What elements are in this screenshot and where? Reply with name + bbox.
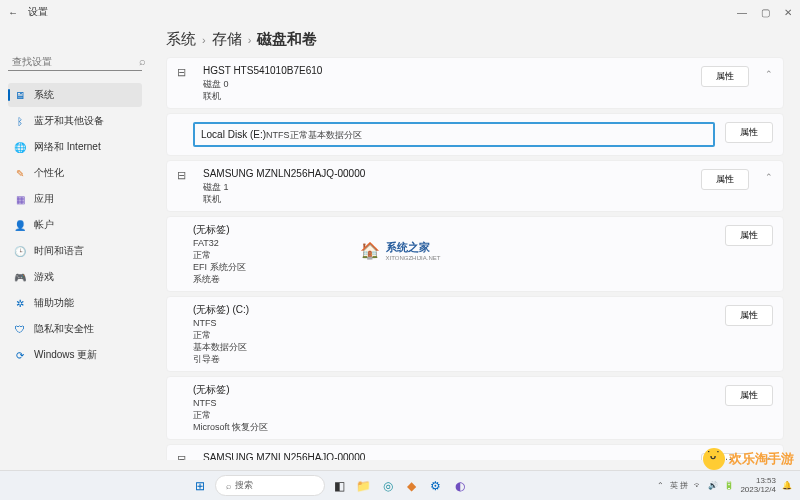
- task-view-icon[interactable]: ◧: [331, 477, 349, 495]
- nav-icon: ᛒ: [14, 115, 26, 127]
- nav-icon: 🌐: [14, 141, 26, 153]
- disk-meta: 联机: [203, 193, 691, 205]
- nav-label: Windows 更新: [34, 348, 97, 362]
- minimize-button[interactable]: —: [737, 7, 747, 18]
- sidebar-item-0[interactable]: 🖥系统: [8, 83, 142, 107]
- properties-button[interactable]: 属性: [725, 225, 773, 246]
- properties-button[interactable]: 属性: [701, 66, 749, 87]
- disk-name: SAMSUNG MZNLN256HAJQ-00000: [203, 451, 691, 460]
- disk-row: ⊟HGST HTS541010B7E610磁盘 0联机属性⌃: [166, 57, 784, 109]
- chevron-right-icon: ›: [202, 34, 206, 46]
- search-icon: ⌕: [139, 55, 146, 67]
- nav-icon: 👤: [14, 219, 26, 231]
- volume-row: Local Disk (E:)NTFS正常基本数据分区属性: [166, 113, 784, 157]
- battery-icon[interactable]: 🔋: [724, 481, 734, 490]
- nav-icon: 🕒: [14, 245, 26, 257]
- disk-meta: NTFS: [266, 130, 290, 140]
- nav-label: 蓝牙和其他设备: [34, 114, 104, 128]
- volume-row: (无标签)FAT32正常EFI 系统分区系统卷属性: [166, 216, 784, 292]
- search-box[interactable]: ⌕: [8, 52, 142, 71]
- disk-meta: 磁盘 1: [203, 181, 691, 193]
- sidebar-item-7[interactable]: 🎮游戏: [8, 265, 142, 289]
- highlighted-volume: Local Disk (E:)NTFS正常基本数据分区: [193, 122, 715, 148]
- sidebar-item-10[interactable]: ⟳Windows 更新: [8, 343, 142, 367]
- disk-meta: NTFS: [193, 397, 715, 409]
- sidebar-item-6[interactable]: 🕒时间和语言: [8, 239, 142, 263]
- properties-button[interactable]: 属性: [725, 385, 773, 406]
- nav-label: 游戏: [34, 270, 54, 284]
- properties-button[interactable]: 属性: [725, 122, 773, 143]
- sidebar-item-8[interactable]: ✲辅助功能: [8, 291, 142, 315]
- nav-icon: ▦: [14, 193, 26, 205]
- taskbar: ⊞ ⌕ 搜索 ◧ 📁 ◎ ◆ ⚙ ◐ ⌃ 英 拼 ᯤ 🔊 🔋 13:53 202…: [0, 470, 800, 500]
- main-panel: 系统 › 存储 › 磁盘和卷 ⊟HGST HTS541010B7E610磁盘 0…: [150, 24, 800, 460]
- disk-name: (无标签) (C:): [193, 303, 715, 317]
- sidebar-item-5[interactable]: 👤帐户: [8, 213, 142, 237]
- window-title: 设置: [28, 5, 48, 19]
- nav-label: 系统: [34, 88, 54, 102]
- sidebar-item-3[interactable]: ✎个性化: [8, 161, 142, 185]
- sidebar-item-2[interactable]: 🌐网络和 Internet: [8, 135, 142, 159]
- volume-row: (无标签) (C:)NTFS正常基本数据分区引导卷属性: [166, 296, 784, 372]
- breadcrumb: 系统 › 存储 › 磁盘和卷: [166, 30, 784, 49]
- disk-name: (无标签): [193, 223, 715, 237]
- explorer-icon[interactable]: 📁: [355, 477, 373, 495]
- sidebar-item-9[interactable]: 🛡隐私和安全性: [8, 317, 142, 341]
- close-button[interactable]: ✕: [784, 7, 792, 18]
- nav-icon: 🖥: [14, 89, 26, 101]
- nav-label: 个性化: [34, 166, 64, 180]
- nav-icon: 🛡: [14, 323, 26, 335]
- breadcrumb-storage[interactable]: 存储: [212, 30, 242, 49]
- back-button[interactable]: ←: [8, 7, 20, 18]
- nav-icon: ✲: [14, 297, 26, 309]
- breadcrumb-system[interactable]: 系统: [166, 30, 196, 49]
- brand-overlay: 欢乐淘手游: [703, 448, 794, 470]
- disk-meta: 联机: [203, 90, 691, 102]
- disk-meta: Microsoft 恢复分区: [193, 421, 715, 433]
- disk-row: ⊟SAMSUNG MZNLN256HAJQ-00000磁盘 2联机属性⌃: [166, 444, 784, 460]
- disk-meta: 正常: [193, 329, 715, 341]
- taskbar-search[interactable]: ⌕ 搜索: [215, 475, 325, 496]
- settings-icon[interactable]: ⚙: [427, 477, 445, 495]
- disk-meta: 正常: [193, 409, 715, 421]
- nav-icon: 🎮: [14, 271, 26, 283]
- disk-meta: EFI 系统分区: [193, 261, 715, 273]
- nav-label: 时间和语言: [34, 244, 84, 258]
- disk-meta: 引导卷: [193, 353, 715, 365]
- sidebar: ⌕ 🖥系统ᛒ蓝牙和其他设备🌐网络和 Internet✎个性化▦应用👤帐户🕒时间和…: [0, 24, 150, 460]
- sidebar-item-4[interactable]: ▦应用: [8, 187, 142, 211]
- properties-button[interactable]: 属性: [701, 169, 749, 190]
- disk-meta: 系统卷: [193, 273, 715, 285]
- sidebar-item-1[interactable]: ᛒ蓝牙和其他设备: [8, 109, 142, 133]
- disk-meta: NTFS: [193, 317, 715, 329]
- volume-row: (无标签)NTFS正常Microsoft 恢复分区属性: [166, 376, 784, 440]
- app-icon[interactable]: ◆: [403, 477, 421, 495]
- disk-meta: 正常: [290, 130, 308, 140]
- disk-row: ⊟SAMSUNG MZNLN256HAJQ-00000磁盘 1联机属性⌃: [166, 160, 784, 212]
- disk-meta: 基本数据分区: [193, 341, 715, 353]
- search-input[interactable]: [12, 56, 139, 67]
- mascot-icon: [703, 448, 725, 470]
- properties-button[interactable]: 属性: [725, 305, 773, 326]
- drive-icon: ⊟: [177, 169, 193, 182]
- edge-icon[interactable]: ◎: [379, 477, 397, 495]
- notification-icon[interactable]: 🔔: [782, 481, 792, 490]
- volume-icon[interactable]: 🔊: [708, 481, 718, 490]
- clock[interactable]: 13:53 2023/12/4: [740, 477, 776, 495]
- drive-icon: ⊟: [177, 66, 193, 79]
- nav-icon: ✎: [14, 167, 26, 179]
- wifi-icon[interactable]: ᯤ: [694, 481, 702, 490]
- app-icon[interactable]: ◐: [451, 477, 469, 495]
- chevron-up-icon[interactable]: ⌃: [765, 172, 773, 182]
- tray-chevron-icon[interactable]: ⌃: [657, 481, 664, 490]
- start-button[interactable]: ⊞: [191, 477, 209, 495]
- nav-icon: ⟳: [14, 349, 26, 361]
- nav-label: 帐户: [34, 218, 54, 232]
- ime-indicator[interactable]: 英 拼: [670, 480, 688, 491]
- disk-meta: FAT32: [193, 237, 715, 249]
- chevron-up-icon[interactable]: ⌃: [765, 69, 773, 79]
- disk-name: Local Disk (E:): [201, 129, 266, 140]
- disk-name: SAMSUNG MZNLN256HAJQ-00000: [203, 167, 691, 181]
- brand-text: 欢乐淘手游: [729, 450, 794, 468]
- maximize-button[interactable]: ▢: [761, 7, 770, 18]
